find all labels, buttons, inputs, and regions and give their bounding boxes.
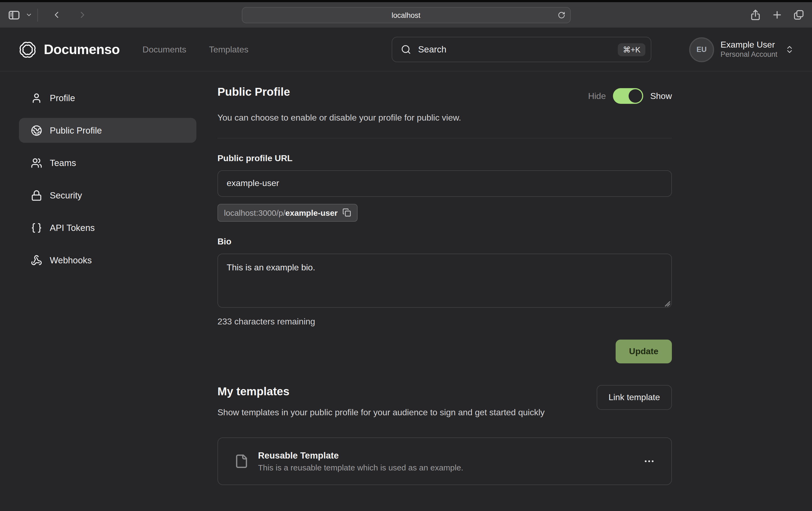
documenso-logo-icon bbox=[18, 40, 37, 59]
chevrons-up-down-icon bbox=[785, 45, 794, 54]
sidebar-item-label: Public Profile bbox=[50, 125, 102, 136]
profile-visibility-toggle[interactable] bbox=[613, 88, 643, 104]
link-template-button[interactable]: Link template bbox=[597, 385, 672, 410]
template-card: Reusable Template This is a reusable tem… bbox=[218, 438, 672, 485]
sidebar-item-public-profile[interactable]: Public Profile bbox=[19, 118, 196, 143]
url-slug: example-user bbox=[285, 208, 338, 217]
account-menu-button[interactable]: EU Example User Personal Account bbox=[689, 37, 794, 62]
my-templates-section: My templates Show templates in your publ… bbox=[218, 385, 672, 485]
sidebar-panel-icon bbox=[7, 8, 21, 21]
forward-button[interactable] bbox=[77, 10, 88, 20]
globe-icon bbox=[31, 125, 42, 136]
search-shortcut-badge: ⌘+K bbox=[618, 43, 645, 56]
chars-remaining: 233 characters remaining bbox=[218, 317, 672, 327]
copy-url-button[interactable] bbox=[342, 208, 351, 217]
sidebar-item-api-tokens[interactable]: API Tokens bbox=[19, 215, 196, 240]
toolbar-divider bbox=[37, 8, 38, 21]
browser-window: localhost bbox=[0, 0, 812, 511]
app-header: Documenso Documents Templates Search ⌘+K… bbox=[0, 28, 812, 71]
reload-icon bbox=[557, 11, 565, 19]
sidebar-item-profile[interactable]: Profile bbox=[19, 85, 196, 110]
search-bar[interactable]: Search ⌘+K bbox=[392, 37, 651, 62]
my-templates-title: My templates bbox=[218, 385, 545, 398]
main-nav: Documents Templates bbox=[143, 44, 249, 54]
template-description: This is a reusable template which is use… bbox=[258, 463, 463, 472]
sidebar-item-teams[interactable]: Teams bbox=[19, 150, 196, 175]
update-button[interactable]: Update bbox=[616, 339, 672, 363]
sidebar-item-label: API Tokens bbox=[50, 222, 95, 233]
public-profile-url-input[interactable] bbox=[218, 170, 672, 197]
brand[interactable]: Documenso bbox=[18, 40, 120, 59]
toggle-hide-label: Hide bbox=[588, 91, 606, 101]
template-name: Reusable Template bbox=[258, 450, 463, 461]
search-placeholder: Search bbox=[418, 44, 446, 55]
brand-title: Documenso bbox=[44, 42, 120, 57]
url-prefix: localhost:3000/p/ bbox=[224, 208, 285, 217]
search-icon bbox=[401, 44, 411, 55]
visibility-toggle-row: Hide Show bbox=[588, 88, 672, 104]
reload-button[interactable] bbox=[557, 11, 565, 19]
tabs-icon bbox=[793, 9, 805, 21]
profile-url-preview: localhost:3000/p/example-user bbox=[218, 204, 357, 222]
template-options-button[interactable] bbox=[643, 455, 655, 467]
user-icon bbox=[31, 92, 42, 103]
sidebar-item-security[interactable]: Security bbox=[19, 183, 196, 208]
new-tab-button[interactable] bbox=[772, 9, 783, 21]
toggle-show-label: Show bbox=[650, 91, 672, 101]
webhook-icon bbox=[31, 254, 42, 266]
bio-textarea[interactable]: This is an example bio. bbox=[218, 253, 672, 308]
sidebar-item-webhooks[interactable]: Webhooks bbox=[19, 248, 196, 273]
copy-icon bbox=[342, 208, 351, 217]
sidebar-item-label: Webhooks bbox=[50, 255, 92, 265]
plus-icon bbox=[772, 9, 783, 21]
account-type: Personal Account bbox=[721, 50, 777, 59]
sidebar-item-label: Teams bbox=[50, 158, 76, 168]
avatar[interactable]: EU bbox=[689, 37, 714, 62]
browser-toolbar: localhost bbox=[0, 2, 812, 28]
back-button[interactable] bbox=[51, 10, 62, 20]
address-bar[interactable]: localhost bbox=[241, 7, 571, 23]
section-divider bbox=[218, 138, 672, 139]
resize-grip-icon[interactable] bbox=[665, 301, 670, 307]
nav-templates[interactable]: Templates bbox=[209, 44, 249, 54]
page-description: You can choose to enable or disable your… bbox=[218, 111, 672, 125]
braces-icon bbox=[31, 222, 42, 233]
lock-icon bbox=[31, 189, 42, 201]
share-button[interactable] bbox=[750, 9, 761, 21]
settings-sidebar: Profile Public Profile Teams bbox=[19, 85, 196, 485]
chevron-right-icon bbox=[77, 10, 88, 20]
window-top-edge bbox=[0, 0, 812, 2]
toggle-knob bbox=[629, 89, 642, 103]
address-url: localhost bbox=[392, 11, 420, 19]
nav-documents[interactable]: Documents bbox=[143, 44, 186, 54]
user-name: Example User bbox=[721, 39, 777, 50]
chevron-down-icon bbox=[25, 11, 32, 19]
sidebar-item-label: Profile bbox=[50, 93, 75, 103]
bio-field-label: Bio bbox=[218, 237, 672, 247]
sidebar-item-label: Security bbox=[50, 190, 82, 200]
share-icon bbox=[750, 9, 761, 21]
toolbar-dropdown-button[interactable] bbox=[25, 11, 32, 19]
page-title: Public Profile bbox=[218, 85, 290, 98]
chevron-left-icon bbox=[51, 10, 62, 20]
ellipsis-icon bbox=[643, 455, 655, 467]
sidebar-toggle-button[interactable] bbox=[7, 8, 21, 21]
my-templates-description: Show templates in your public profile fo… bbox=[218, 405, 545, 419]
public-profile-settings: Public Profile Hide Show You can choose … bbox=[218, 85, 672, 485]
users-icon bbox=[31, 157, 42, 169]
tabs-overview-button[interactable] bbox=[793, 9, 805, 21]
file-icon bbox=[234, 453, 249, 470]
url-field-label: Public profile URL bbox=[218, 154, 672, 163]
